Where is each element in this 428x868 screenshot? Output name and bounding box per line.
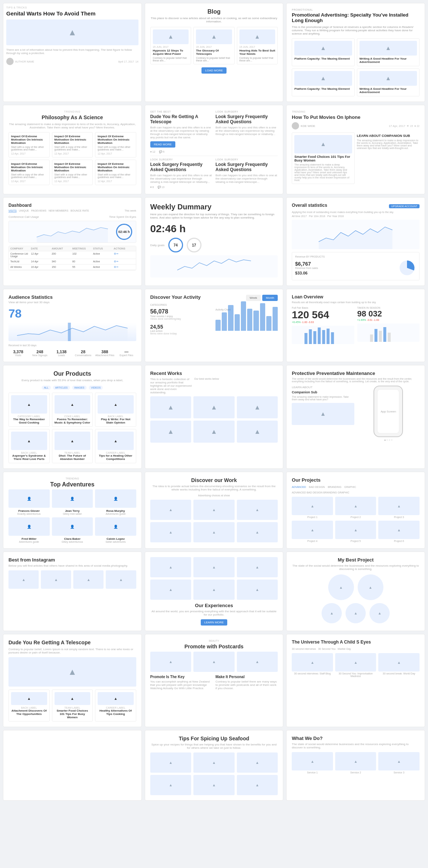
received-label: Received in last 30 days	[8, 344, 136, 347]
discwork-grid: ▲ ▲ ▲ ▲ ▲ ▲	[150, 500, 278, 542]
daily-goals-label: Daily goals	[150, 244, 165, 247]
phil-item-desc-2: Start with a copy of the other guideline…	[55, 146, 91, 151]
dashboard-period: This week	[124, 209, 136, 212]
product-name-5: Dhol: The Future of Abandon Number	[55, 454, 91, 461]
promote-img-2: ▲	[193, 652, 235, 672]
project-img-6: ▲	[378, 521, 420, 539]
project-6: ▲ Project 6	[378, 521, 420, 542]
adventure-name-3: Rosa Murphy	[95, 509, 136, 513]
proj-tab-branding[interactable]: BRANDING	[328, 486, 341, 488]
uni-tab-1[interactable]: 30 second interviews	[292, 648, 316, 650]
blog-load-more[interactable]: LOAD MORE	[150, 67, 278, 74]
look-surgery-desc-2: Both can happen to you and this often is…	[150, 174, 213, 184]
cell-actions-2[interactable]: ⚙ ✏	[114, 260, 134, 263]
work-6: ▲	[237, 421, 278, 443]
proj-tab-advanced[interactable]: ADVANCED	[292, 486, 306, 488]
cell-date-1: 12 Apr	[31, 252, 52, 258]
tab-visits[interactable]: VISITS	[8, 209, 17, 212]
adventure-img-2: 👤	[52, 489, 93, 508]
blog-item: ▲ 15 JUN, 2017 The Glossary Of Telescope…	[193, 27, 235, 64]
uni-tab-2[interactable]: 30 Second You	[318, 648, 336, 650]
recent-works-desc: This is a fantastic collection of our am…	[150, 378, 192, 394]
bar-5	[241, 301, 246, 331]
cell-actions-3[interactable]: ⚙ ✏	[114, 266, 134, 269]
protective-img: ▲	[292, 403, 354, 425]
col-meetings: MEETINGS	[72, 247, 93, 250]
time-circle: 02:46 h	[116, 224, 132, 240]
change-pos-2: +1.69%	[357, 319, 366, 321]
tab-pageviews[interactable]: PAGEVIEWS	[31, 209, 46, 212]
filter-all[interactable]: ALL	[42, 386, 50, 390]
loan-right: TAKEN IN SEASON 98 032 +1.69% -3.61 -1.8…	[357, 307, 420, 344]
phil-item-desc-6: Start with a copy of the other guideline…	[98, 173, 134, 178]
filter-images[interactable]: IMAGES	[72, 386, 87, 390]
discwork-img-4: ▲	[150, 522, 192, 542]
bar-6	[247, 309, 252, 331]
protective-left: LEARN ABOUT Companion Sub The amazing st…	[292, 386, 354, 441]
movies-author: KDE WIDE 17 Apr, 2017 👁 15 ♥ 22	[292, 122, 420, 130]
cell-amount-1: 200	[52, 252, 72, 258]
phil-item-title-3: Impact Of Extreme Motivation On Intrinsi…	[98, 135, 134, 145]
phil-item-title-4: Impact Of Extreme Motivation On Intrinsi…	[11, 162, 47, 172]
load-more-button[interactable]: LOAD MORE	[201, 67, 227, 74]
audience-stats-card: Audience Statistics View all items your …	[3, 289, 142, 362]
overall-svg	[292, 220, 420, 249]
proj-label-4: GRAPHIC	[338, 491, 350, 494]
telescope-read-button[interactable]: READ MORE	[150, 141, 175, 148]
adventure-name-6: Calvin Lopez	[95, 537, 136, 541]
mybest-circle-1: ▲	[328, 574, 354, 600]
genital-title: Genital Warts How To Avoid Them	[6, 10, 138, 17]
author-name: AUTHOR NAME	[15, 60, 34, 63]
phil-item-date-3: 12 Apr, 2017	[98, 152, 134, 155]
bar-10	[273, 307, 278, 331]
uni-tab-3[interactable]: Marble Day	[338, 648, 351, 650]
project-4: ▲ Project 4	[292, 521, 333, 542]
genital-author: AUTHOR NAME April 17, 2017 14	[6, 58, 138, 65]
received-leads: 1,138 Leads	[52, 350, 71, 357]
tab-new-members[interactable]: NEW MEMBERS	[49, 209, 69, 212]
visits-num: 3,378	[8, 350, 28, 354]
product-img-5: ▲	[55, 432, 91, 450]
adventures-grid: 👤 Frances Glover Exactly adventurous 👤 J…	[8, 489, 136, 543]
projects-grid: ▲ Project 1 ▲ Project 2 ▲ Project 3 ▲ Pr…	[292, 497, 420, 542]
blog-item-desc-2: Contrary to popular belief that these ar…	[196, 57, 232, 62]
adventure-1: 👤 Frances Glover Exactly adventurous	[8, 489, 50, 515]
adventure-name-5: Clara Baker	[52, 537, 93, 541]
activity-week-btn[interactable]: Week	[246, 295, 261, 301]
product-img-2: ▲	[55, 395, 91, 414]
experiences-btn[interactable]: LEARN MORE	[201, 619, 228, 626]
adventure-4: 👤 Fred Miller Adventures guide	[8, 517, 50, 543]
overall-tab-1[interactable]: All time 2017	[292, 215, 306, 217]
visits-label: Visits	[8, 354, 28, 357]
audience-subtitle: View all items your last 30 days	[8, 301, 136, 304]
project-2: ▲ Project 2	[335, 497, 376, 518]
tab-unique[interactable]: UNIQUE	[19, 209, 29, 212]
mybest-card: My Best Project The state of the social …	[286, 552, 425, 631]
audience-title: Audience Statistics	[8, 294, 136, 300]
adventure-3: 👤 Rosa Murphy Adventures guide	[95, 489, 136, 515]
overall-tab-3[interactable]: Per Year 2018	[327, 215, 344, 217]
filter-videos[interactable]: VIDEOS	[89, 386, 103, 390]
universe-grid: ▲ 30 second interviews: Staff Blog ▲ 30 …	[292, 653, 420, 677]
cell-actions-1[interactable]: ⚙ ✏	[114, 252, 134, 258]
projects-labels: ADVANCED BAD DESIGN BRANDING GRAPHIC	[292, 491, 420, 494]
filter-articles[interactable]: ARTICLES	[53, 386, 70, 390]
product-3: ▲ BACK LABEL Play & Write: For Not Stain…	[95, 393, 136, 427]
proj-tab-bad-design[interactable]: BAD DESIGN	[309, 486, 325, 488]
cell-amount-3: 150	[52, 266, 72, 269]
loan-bar-4	[318, 327, 321, 344]
products-desc: Every product is made with 55.9% of love…	[8, 379, 136, 382]
whatwedo-label-2: Service 2	[335, 771, 376, 774]
activity-month-btn[interactable]: Month	[262, 295, 278, 301]
look-surgery-row2: LOOK SURGERY Look Surgery Frequently Ask…	[150, 158, 278, 189]
products-title: Our Products	[8, 371, 136, 377]
overall-tab-2[interactable]: Per 10m 2018	[309, 215, 325, 217]
weekly-line-svg	[150, 255, 278, 277]
loan-left: Full Fair Basis 120 564 +6.45% -1.83 -3.…	[292, 307, 354, 344]
col-amount: AMOUNT	[52, 247, 72, 250]
loan-bar-1	[305, 333, 308, 344]
tab-bounce-rate[interactable]: BOUNCE RATE	[71, 209, 89, 212]
received-signups: 248 New Signups	[30, 350, 50, 357]
activity-stats-col: 56,078 Total movies I enjoy Views done s…	[150, 308, 213, 335]
proj-tab-graphic[interactable]: GRAPHIC	[344, 486, 356, 488]
